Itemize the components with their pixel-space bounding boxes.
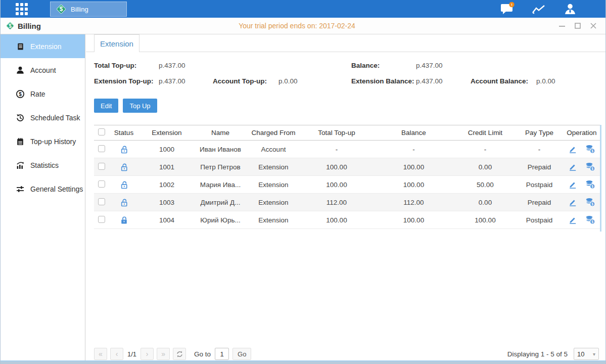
sidebar-item-label: Scheduled Task <box>30 114 80 122</box>
cell-total-topup: 100.00 <box>301 211 372 229</box>
sidebar-item-top-up-history[interactable]: Top-up History <box>1 129 85 153</box>
cell-total-topup: 100.00 <box>301 176 372 194</box>
edit-pencil-icon[interactable] <box>568 145 577 154</box>
svg-text:!: ! <box>511 3 512 7</box>
go-button[interactable]: Go <box>232 348 251 360</box>
row-checkbox[interactable] <box>98 163 105 170</box>
page-indicator: 1/1 <box>127 350 136 358</box>
window-bottom-edge <box>1 360 605 364</box>
cell-credit-limit: - <box>455 141 515 158</box>
edit-pencil-icon[interactable] <box>568 180 577 189</box>
resource-monitor-icon[interactable] <box>531 3 546 16</box>
column-header-name: Name <box>195 125 246 141</box>
row-checkbox[interactable] <box>98 180 105 188</box>
user-icon[interactable] <box>563 3 578 16</box>
sidebar-item-scheduled-task[interactable]: Scheduled Task <box>1 106 85 129</box>
minimize-icon[interactable] <box>558 22 566 30</box>
cell-pay-type: Prepaid <box>515 158 564 176</box>
row-checkbox[interactable] <box>98 198 105 205</box>
top-bar: $ Billing ! <box>1 0 605 18</box>
cell-credit-limit: 50.00 <box>455 176 515 194</box>
svg-text:$: $ <box>591 220 593 224</box>
sidebar-item-general-settings[interactable]: General Settings <box>1 177 85 201</box>
cell-pay-type: Postpaid <box>515 176 564 194</box>
cell-charged-from: Account <box>246 141 301 158</box>
window-title: Billing <box>18 22 41 30</box>
topup-coins-icon[interactable]: $ <box>585 180 595 189</box>
cell-pay-type: - <box>515 141 564 158</box>
cell-balance: 100.00 <box>372 158 455 176</box>
table-scrollbar[interactable] <box>600 125 601 232</box>
summary-total-topup-value: p.437.00 <box>159 62 185 69</box>
summary-total-topup: Total Top-up: <box>94 62 136 69</box>
edit-pencil-icon[interactable] <box>568 198 577 207</box>
column-header-extension: Extension <box>138 125 195 141</box>
last-page-button[interactable]: » <box>157 348 170 360</box>
cell-name: Дмитрий Д... <box>195 194 246 211</box>
rate-icon: $ <box>16 89 25 99</box>
row-checkbox[interactable] <box>98 216 105 223</box>
tab-extension[interactable]: Extension <box>94 34 139 52</box>
prev-page-button[interactable]: ‹ <box>110 348 123 360</box>
edit-pencil-icon[interactable] <box>568 215 577 224</box>
svg-text:$: $ <box>591 202 593 206</box>
cell-credit-limit: 100.00 <box>455 211 515 229</box>
edit-button[interactable]: Edit <box>94 99 118 113</box>
status-locked-icon <box>119 215 129 225</box>
table-row: 1000Иван ИвановAccount---- $ <box>94 141 600 158</box>
maximize-icon[interactable] <box>574 22 582 30</box>
topup-coins-icon[interactable]: $ <box>585 215 595 224</box>
summary-account-balance: Account Balance: <box>471 77 528 85</box>
column-header-credit-limit: Credit Limit <box>455 125 515 141</box>
topup-coins-icon[interactable]: $ <box>585 162 595 171</box>
billing-task-tab[interactable]: $ Billing <box>50 2 127 17</box>
main-content: Extension Total Top-up: p.437.00 Balance… <box>86 34 605 360</box>
sidebar-item-account[interactable]: Account <box>1 58 85 82</box>
sidebar-item-rate[interactable]: $Rate <box>1 82 85 106</box>
sidebar-item-extension[interactable]: Extension <box>1 34 85 58</box>
refresh-icon[interactable] <box>173 348 186 360</box>
sidebar-item-label: Top-up History <box>30 138 76 146</box>
statistics-icon <box>16 161 25 170</box>
column-header-total-top-up: Total Top-up <box>301 125 372 141</box>
billing-task-tab-label: Billing <box>71 6 88 13</box>
cell-name: Петр Петров <box>195 158 246 176</box>
cell-charged-from: Extension <box>246 211 301 229</box>
table-row: 1003Дмитрий Д...Extension112.00112.000.0… <box>94 194 600 211</box>
sidebar-item-label: General Settings <box>30 185 83 193</box>
close-icon[interactable] <box>589 22 597 30</box>
cell-credit-limit: 0.00 <box>455 158 515 176</box>
top-up-button[interactable]: Top Up <box>123 99 157 113</box>
cell-balance: 112.00 <box>372 194 455 211</box>
svg-text:$: $ <box>19 91 22 97</box>
status-unlocked-icon <box>119 162 129 172</box>
account-icon <box>16 66 25 75</box>
next-page-button[interactable]: › <box>141 348 154 360</box>
table-row: 1002Мария Ива...Extension100.00100.0050.… <box>94 176 600 194</box>
goto-label: Go to <box>194 350 211 358</box>
cell-extension: 1002 <box>138 176 195 194</box>
summary-extension-topup-value: p.437.00 <box>159 77 185 85</box>
first-page-button[interactable]: « <box>94 348 107 360</box>
cell-balance: 100.00 <box>372 211 455 229</box>
topup-coins-icon[interactable]: $ <box>585 198 595 207</box>
apps-grid-icon[interactable] <box>16 3 28 15</box>
cell-total-topup: 112.00 <box>301 194 372 211</box>
column-header-status: Status <box>109 125 138 141</box>
summary-account-topup-value: p.0.00 <box>278 77 298 85</box>
sidebar-item-statistics[interactable]: Statistics <box>1 153 85 177</box>
cell-total-topup: - <box>301 141 372 158</box>
messages-icon[interactable]: ! <box>500 3 515 16</box>
row-checkbox[interactable] <box>98 145 105 152</box>
svg-text:$: $ <box>591 185 593 189</box>
svg-text:$: $ <box>591 167 593 171</box>
edit-pencil-icon[interactable] <box>568 162 577 171</box>
column-header-charged-from: Charged From <box>246 125 301 141</box>
goto-page-input[interactable] <box>215 348 229 360</box>
sidebar-item-label: Account <box>30 66 56 74</box>
billing-diamond-icon: $ <box>56 4 67 15</box>
displaying-text: Displaying 1 - 5 of 5 <box>507 350 568 358</box>
select-all-checkbox[interactable] <box>98 128 105 135</box>
topup-coins-icon[interactable]: $ <box>585 145 595 154</box>
page-size-select[interactable]: 10 ▾ <box>574 348 599 360</box>
